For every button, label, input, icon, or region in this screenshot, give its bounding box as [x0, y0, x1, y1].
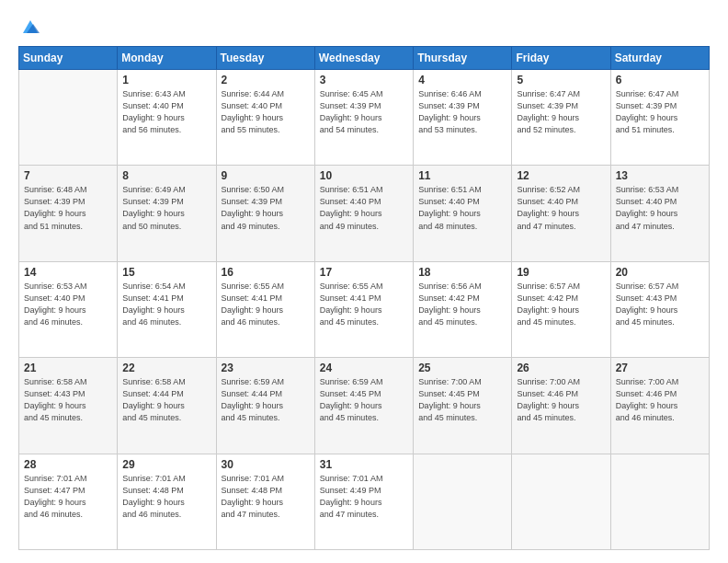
calendar-cell: 3Sunrise: 6:45 AM Sunset: 4:39 PM Daylig…	[314, 70, 413, 166]
calendar-cell	[610, 454, 709, 549]
weekday-header-wednesday: Wednesday	[314, 47, 413, 70]
day-info: Sunrise: 7:00 AM Sunset: 4:45 PM Dayligh…	[418, 376, 506, 424]
day-number: 31	[320, 458, 408, 471]
calendar-cell: 11Sunrise: 6:51 AM Sunset: 4:40 PM Dayli…	[414, 166, 512, 261]
calendar-cell	[512, 454, 610, 549]
calendar-cell: 8Sunrise: 6:49 AM Sunset: 4:39 PM Daylig…	[118, 166, 216, 261]
calendar-cell	[414, 454, 512, 549]
header	[18, 17, 710, 37]
day-info: Sunrise: 6:47 AM Sunset: 4:39 PM Dayligh…	[616, 88, 704, 136]
calendar-week-row: 14Sunrise: 6:53 AM Sunset: 4:40 PM Dayli…	[19, 261, 710, 357]
weekday-header-sunday: Sunday	[19, 47, 118, 70]
day-info: Sunrise: 6:59 AM Sunset: 4:45 PM Dayligh…	[320, 376, 408, 424]
day-number: 13	[616, 169, 704, 182]
day-number: 8	[122, 169, 210, 182]
calendar-cell: 25Sunrise: 7:00 AM Sunset: 4:45 PM Dayli…	[414, 358, 512, 454]
calendar-cell: 4Sunrise: 6:46 AM Sunset: 4:39 PM Daylig…	[414, 70, 512, 166]
day-info: Sunrise: 6:52 AM Sunset: 4:40 PM Dayligh…	[517, 184, 605, 232]
day-number: 29	[122, 458, 210, 471]
day-number: 21	[24, 362, 112, 374]
calendar-header-row: SundayMondayTuesdayWednesdayThursdayFrid…	[19, 47, 710, 70]
calendar-cell: 13Sunrise: 6:53 AM Sunset: 4:40 PM Dayli…	[610, 166, 709, 261]
day-number: 6	[616, 74, 704, 86]
day-number: 27	[616, 362, 704, 374]
day-number: 16	[222, 266, 310, 279]
day-number: 14	[24, 266, 112, 279]
day-info: Sunrise: 6:59 AM Sunset: 4:44 PM Dayligh…	[222, 376, 310, 424]
day-number: 22	[122, 362, 210, 374]
calendar-cell: 30Sunrise: 7:01 AM Sunset: 4:48 PM Dayli…	[216, 454, 314, 549]
calendar-cell: 15Sunrise: 6:54 AM Sunset: 4:41 PM Dayli…	[118, 261, 216, 357]
calendar-cell: 21Sunrise: 6:58 AM Sunset: 4:43 PM Dayli…	[19, 358, 118, 454]
day-info: Sunrise: 6:44 AM Sunset: 4:40 PM Dayligh…	[222, 88, 310, 136]
calendar-cell: 27Sunrise: 7:00 AM Sunset: 4:46 PM Dayli…	[610, 358, 709, 454]
calendar-week-row: 7Sunrise: 6:48 AM Sunset: 4:39 PM Daylig…	[19, 166, 710, 261]
day-info: Sunrise: 7:01 AM Sunset: 4:48 PM Dayligh…	[222, 473, 310, 521]
day-info: Sunrise: 6:58 AM Sunset: 4:44 PM Dayligh…	[122, 376, 210, 424]
day-info: Sunrise: 6:55 AM Sunset: 4:41 PM Dayligh…	[222, 281, 310, 328]
calendar-cell: 26Sunrise: 7:00 AM Sunset: 4:46 PM Dayli…	[512, 358, 610, 454]
calendar-cell: 12Sunrise: 6:52 AM Sunset: 4:40 PM Dayli…	[512, 166, 610, 261]
day-info: Sunrise: 6:49 AM Sunset: 4:39 PM Dayligh…	[122, 184, 210, 232]
calendar-cell: 18Sunrise: 6:56 AM Sunset: 4:42 PM Dayli…	[414, 261, 512, 357]
day-number: 23	[222, 362, 310, 374]
day-info: Sunrise: 6:45 AM Sunset: 4:39 PM Dayligh…	[320, 88, 408, 136]
calendar-cell: 6Sunrise: 6:47 AM Sunset: 4:39 PM Daylig…	[610, 70, 709, 166]
calendar-week-row: 28Sunrise: 7:01 AM Sunset: 4:47 PM Dayli…	[19, 454, 710, 549]
day-info: Sunrise: 6:43 AM Sunset: 4:40 PM Dayligh…	[122, 88, 210, 136]
day-number: 18	[418, 266, 506, 279]
day-info: Sunrise: 6:53 AM Sunset: 4:40 PM Dayligh…	[616, 184, 704, 232]
day-info: Sunrise: 6:46 AM Sunset: 4:39 PM Dayligh…	[418, 88, 506, 136]
day-info: Sunrise: 7:00 AM Sunset: 4:46 PM Dayligh…	[616, 376, 704, 424]
day-info: Sunrise: 6:51 AM Sunset: 4:40 PM Dayligh…	[320, 184, 408, 232]
calendar-cell: 16Sunrise: 6:55 AM Sunset: 4:41 PM Dayli…	[216, 261, 314, 357]
day-number: 10	[320, 169, 408, 182]
calendar-cell: 20Sunrise: 6:57 AM Sunset: 4:43 PM Dayli…	[610, 261, 709, 357]
calendar-cell: 31Sunrise: 7:01 AM Sunset: 4:49 PM Dayli…	[314, 454, 413, 549]
day-number: 25	[418, 362, 506, 374]
day-number: 9	[222, 169, 310, 182]
calendar-week-row: 21Sunrise: 6:58 AM Sunset: 4:43 PM Dayli…	[19, 358, 710, 454]
day-info: Sunrise: 6:56 AM Sunset: 4:42 PM Dayligh…	[418, 281, 506, 328]
day-info: Sunrise: 6:58 AM Sunset: 4:43 PM Dayligh…	[24, 376, 112, 424]
calendar-cell: 9Sunrise: 6:50 AM Sunset: 4:39 PM Daylig…	[216, 166, 314, 261]
day-number: 17	[320, 266, 408, 279]
day-number: 15	[122, 266, 210, 279]
calendar-cell: 5Sunrise: 6:47 AM Sunset: 4:39 PM Daylig…	[512, 70, 610, 166]
day-number: 11	[418, 169, 506, 182]
day-info: Sunrise: 6:50 AM Sunset: 4:39 PM Dayligh…	[222, 184, 310, 232]
calendar-cell: 1Sunrise: 6:43 AM Sunset: 4:40 PM Daylig…	[118, 70, 216, 166]
weekday-header-monday: Monday	[118, 47, 216, 70]
day-number: 24	[320, 362, 408, 374]
day-number: 30	[222, 458, 310, 471]
day-number: 20	[616, 266, 704, 279]
calendar-cell	[19, 70, 118, 166]
calendar-cell: 24Sunrise: 6:59 AM Sunset: 4:45 PM Dayli…	[314, 358, 413, 454]
day-info: Sunrise: 6:57 AM Sunset: 4:43 PM Dayligh…	[616, 281, 704, 328]
calendar-cell: 7Sunrise: 6:48 AM Sunset: 4:39 PM Daylig…	[19, 166, 118, 261]
calendar-cell: 28Sunrise: 7:01 AM Sunset: 4:47 PM Dayli…	[19, 454, 118, 549]
day-info: Sunrise: 7:01 AM Sunset: 4:47 PM Dayligh…	[24, 473, 112, 521]
day-info: Sunrise: 6:48 AM Sunset: 4:39 PM Dayligh…	[24, 184, 112, 232]
day-info: Sunrise: 6:57 AM Sunset: 4:42 PM Dayligh…	[517, 281, 605, 328]
day-info: Sunrise: 7:00 AM Sunset: 4:46 PM Dayligh…	[517, 376, 605, 424]
calendar-cell: 14Sunrise: 6:53 AM Sunset: 4:40 PM Dayli…	[19, 261, 118, 357]
day-info: Sunrise: 6:53 AM Sunset: 4:40 PM Dayligh…	[24, 281, 112, 328]
calendar-cell: 19Sunrise: 6:57 AM Sunset: 4:42 PM Dayli…	[512, 261, 610, 357]
day-info: Sunrise: 7:01 AM Sunset: 4:48 PM Dayligh…	[122, 473, 210, 521]
day-number: 26	[517, 362, 605, 374]
day-info: Sunrise: 6:54 AM Sunset: 4:41 PM Dayligh…	[122, 281, 210, 328]
day-number: 12	[517, 169, 605, 182]
calendar-cell: 29Sunrise: 7:01 AM Sunset: 4:48 PM Dayli…	[118, 454, 216, 549]
calendar-table: SundayMondayTuesdayWednesdayThursdayFrid…	[18, 46, 710, 550]
day-number: 1	[122, 74, 210, 86]
logo	[18, 17, 40, 37]
day-info: Sunrise: 6:55 AM Sunset: 4:41 PM Dayligh…	[320, 281, 408, 328]
page: SundayMondayTuesdayWednesdayThursdayFrid…	[0, 0, 728, 563]
day-number: 5	[517, 74, 605, 86]
calendar-cell: 10Sunrise: 6:51 AM Sunset: 4:40 PM Dayli…	[314, 166, 413, 261]
calendar-cell: 17Sunrise: 6:55 AM Sunset: 4:41 PM Dayli…	[314, 261, 413, 357]
calendar-cell: 23Sunrise: 6:59 AM Sunset: 4:44 PM Dayli…	[216, 358, 314, 454]
day-number: 19	[517, 266, 605, 279]
day-info: Sunrise: 6:51 AM Sunset: 4:40 PM Dayligh…	[418, 184, 506, 232]
